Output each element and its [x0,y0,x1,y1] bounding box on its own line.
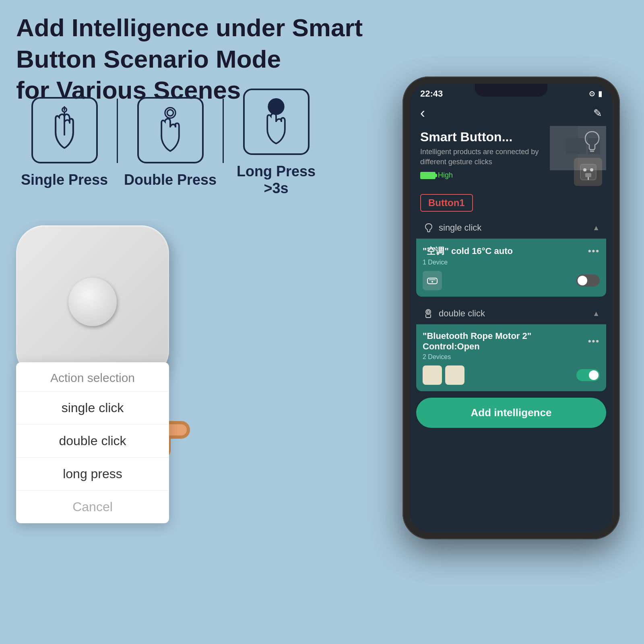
single-press-label: Single Press [21,171,108,188]
phone-notch [475,84,547,97]
action-single-click[interactable]: single click [16,392,169,425]
press-type-single: Single Press [16,97,113,188]
phone-wrapper: 22:43 ⊙ ▮ ‹ ✎ Smart Button... Intelligen… [402,76,620,539]
single-click-header: single click ▲ [416,217,606,239]
device-tiles [423,365,464,385]
single-click-collapse[interactable]: ▲ [592,224,600,232]
single-press-icon [42,106,87,155]
ac-tile [423,271,442,290]
device-name: Smart Button... [420,130,566,144]
action-double-click[interactable]: double click [16,425,169,458]
back-button[interactable]: ‹ [420,105,425,122]
double-click-section: double click ▲ "Bluetooth Rope Motor 2" … [416,303,606,391]
svg-rect-16 [588,138,600,154]
double-click-card-name: "Bluetooth Rope Motor 2" Control:Open [423,331,588,352]
double-click-card-sub: 2 Devices [423,353,600,361]
button1-label: Button1 [420,194,473,212]
double-press-icon [148,106,192,155]
svg-rect-12 [585,173,591,177]
double-click-label: double click [439,308,485,319]
battery-level: High [438,171,453,180]
double-click-toggle[interactable] [576,369,600,381]
single-click-card-title: "空调" cold 16°C auto ••• [423,245,600,257]
single-click-section: single click ▲ "空调" cold 16°C auto ••• 1… [416,217,606,297]
long-press-icon [254,98,298,146]
double-click-icon [423,308,434,319]
press-types-row: Single Press Double Press [16,89,324,197]
blind-tile-2 [445,365,464,385]
single-click-label: single click [439,223,481,233]
single-click-header-left: single click [423,222,481,233]
device-desc: Intelligent products are connected by di… [420,147,566,167]
single-click-toggles [423,271,600,290]
device-info: Smart Button... Intelligent products are… [420,130,566,186]
action-long-press[interactable]: long press [16,458,169,491]
svg-point-19 [431,281,433,283]
svg-rect-15 [566,138,586,154]
add-intelligence-button[interactable]: Add intelligence [416,398,606,428]
wifi-icon: ⊙ [589,89,595,98]
svg-point-3 [268,99,284,114]
phone-frame: 22:43 ⊙ ▮ ‹ ✎ Smart Button... Intelligen… [402,76,620,539]
edit-button[interactable]: ✎ [593,107,602,120]
phone-screen: 22:43 ⊙ ▮ ‹ ✎ Smart Button... Intelligen… [410,84,613,532]
single-click-card-sub: 1 Device [423,259,600,266]
blind-tile-1 [423,365,442,385]
room-scene-bg [550,118,606,172]
svg-point-2 [167,109,173,116]
status-time: 22:43 [420,89,443,99]
double-press-icon-box [137,97,204,163]
battery-icon-green [420,172,436,179]
double-click-card-title: "Bluetooth Rope Motor 2" Control:Open ••… [423,331,600,352]
svg-point-21 [427,311,429,313]
double-click-more[interactable]: ••• [588,336,600,347]
status-icons: ⊙ ▮ [589,89,602,98]
double-click-collapse[interactable]: ▲ [592,310,600,318]
double-click-toggles [423,365,600,385]
action-cancel[interactable]: Cancel [16,491,169,523]
single-click-card: "空调" cold 16°C auto ••• 1 Device [416,239,606,297]
long-press-icon-box [243,89,310,155]
press-type-long: Long Press >3s [228,89,324,197]
battery-indicator: High [420,171,566,180]
long-press-label: Long Press >3s [228,163,324,197]
double-press-label: Double Press [124,171,217,188]
action-popup: Action selection single click double cli… [16,362,169,523]
double-click-card: "Bluetooth Rope Motor 2" Control:Open ••… [416,324,606,391]
action-popup-title: Action selection [16,362,169,392]
double-click-header: double click ▲ [416,303,606,324]
single-press-icon-box [31,97,98,163]
single-click-icon [423,222,434,233]
single-click-more[interactable]: ••• [588,246,600,256]
battery-icon-status: ▮ [598,89,602,98]
divider-1 [117,99,118,163]
press-type-double: Double Press [122,97,219,188]
svg-point-20 [426,310,431,314]
single-click-card-name: "空调" cold 16°C auto [423,245,513,257]
double-click-header-left: double click [423,308,485,319]
single-click-toggle[interactable] [576,275,600,287]
divider-2 [223,99,224,163]
